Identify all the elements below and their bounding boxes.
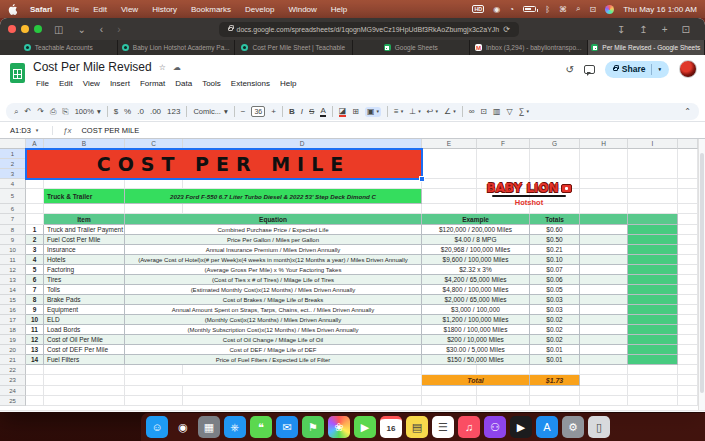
column-header-G[interactable]: G: [530, 139, 580, 149]
row-header-9[interactable]: 9: [0, 235, 26, 245]
cell-J[interactable]: [678, 265, 698, 275]
name-box-dropdown-icon[interactable]: ▾: [36, 127, 39, 133]
siri-icon[interactable]: ◉: [172, 416, 194, 438]
cell-G[interactable]: [530, 396, 580, 406]
item-number-cell[interactable]: 11: [26, 325, 44, 335]
cell-H[interactable]: [580, 275, 628, 285]
example-cell[interactable]: $30.00 / 5,000 Miles: [422, 345, 530, 355]
row-header-5[interactable]: 5: [0, 189, 26, 204]
cell-H[interactable]: [580, 149, 628, 179]
close-window-button[interactable]: [8, 25, 16, 33]
example-cell[interactable]: $9,600 / 100,000 Miles: [422, 255, 530, 265]
header-totals-cell[interactable]: Totals: [530, 214, 580, 225]
cell-I[interactable]: [628, 255, 678, 265]
podcasts-icon[interactable]: ⚇: [484, 416, 506, 438]
column-header-E[interactable]: E: [422, 139, 477, 149]
menu-extensions[interactable]: Extensions: [226, 77, 275, 90]
banner-cell[interactable]: COST PER MILE: [26, 149, 422, 179]
cell-E[interactable]: [422, 179, 477, 189]
example-cell[interactable]: $4,200 / 65,000 Miles: [422, 275, 530, 285]
item-number-cell[interactable]: 6: [26, 275, 44, 285]
item-cell[interactable]: Tires: [44, 275, 125, 285]
row-header-15[interactable]: 15: [0, 295, 26, 305]
strikethrough-icon[interactable]: S: [309, 108, 314, 116]
cell-J[interactable]: [678, 204, 698, 214]
example-cell[interactable]: $4.00 / 8 MPG: [422, 235, 530, 245]
item-number-cell[interactable]: 5: [26, 265, 44, 275]
font-select[interactable]: Comic...▾: [193, 107, 227, 116]
browser-tab-5[interactable]: MInbox (3,294) - babyliontranspo...: [470, 40, 588, 55]
equation-cell[interactable]: Combined Purchase Price / Expected Life: [125, 225, 422, 235]
item-cell[interactable]: Brake Pads: [44, 295, 125, 305]
example-cell[interactable]: $1800 / 100,000 Miles: [422, 325, 530, 335]
row-header-25[interactable]: 25: [0, 396, 26, 406]
cell-I[interactable]: [628, 365, 678, 375]
zoom-select[interactable]: 100%▾: [75, 107, 101, 116]
menubar-item-window[interactable]: Window: [281, 5, 323, 14]
header-example-cell[interactable]: Example: [422, 214, 530, 225]
cell-I[interactable]: [628, 335, 678, 345]
total-cell[interactable]: $0.02: [530, 315, 580, 325]
cell-F[interactable]: [477, 365, 530, 375]
cell-B[interactable]: [44, 386, 125, 396]
bluetooth-icon[interactable]: ᛒ: [545, 5, 550, 14]
cell-I[interactable]: [628, 265, 678, 275]
item-cell[interactable]: Fuel Cost Per Mile: [44, 235, 125, 245]
cell-I[interactable]: [628, 315, 678, 325]
spotlight-icon[interactable]: ⌕: [576, 4, 580, 14]
cell-H[interactable]: [580, 255, 628, 265]
row-header-19[interactable]: 19: [0, 335, 26, 345]
browser-tab-1[interactable]: Teachable Accounts: [0, 40, 118, 55]
item-cell[interactable]: Factoring: [44, 265, 125, 275]
cell-J[interactable]: [678, 275, 698, 285]
comments-icon[interactable]: [584, 65, 595, 74]
menu-data[interactable]: Data: [170, 77, 197, 90]
total-cell[interactable]: $0.03: [530, 305, 580, 315]
column-header-C[interactable]: C: [125, 139, 183, 149]
row-header-7[interactable]: 7: [0, 214, 26, 225]
font-size-input[interactable]: 36: [251, 106, 265, 117]
example-cell[interactable]: $150 / 50,000 Miles: [422, 355, 530, 365]
cell-H[interactable]: [580, 355, 628, 365]
menubar-clock[interactable]: Thu May 16 1:00 AM: [623, 5, 697, 14]
item-number-cell[interactable]: 3: [26, 245, 44, 255]
cell-A[interactable]: [26, 179, 44, 189]
equation-cell[interactable]: Annual Amount Spent on Straps, Tarps, Ch…: [125, 305, 422, 315]
cell-G[interactable]: [530, 149, 580, 179]
cell-I[interactable]: [628, 275, 678, 285]
cell-E[interactable]: [422, 386, 477, 396]
download-icon[interactable]: ↧: [610, 24, 632, 35]
grid-corner[interactable]: [0, 139, 26, 149]
row-header-14[interactable]: 14: [0, 285, 26, 295]
tv-icon[interactable]: ▶: [510, 416, 532, 438]
star-icon[interactable]: ☆: [159, 63, 166, 72]
horizontal-scrollbar[interactable]: [0, 410, 705, 412]
currency-format-icon[interactable]: $: [114, 108, 118, 116]
menu-format[interactable]: Format: [135, 77, 170, 90]
cell-G[interactable]: [530, 204, 580, 214]
cell-I[interactable]: [628, 179, 678, 189]
total-cell[interactable]: $0.10: [530, 255, 580, 265]
horizontal-align-icon[interactable]: ≡▾: [394, 108, 403, 116]
column-header-j[interactable]: [678, 139, 698, 149]
equation-cell[interactable]: (Average Gross Per Mile) x % Your Factor…: [125, 265, 422, 275]
italic-icon[interactable]: I: [301, 108, 303, 116]
menubar-item-file[interactable]: File: [59, 5, 86, 14]
vertical-align-icon[interactable]: ⊥▾: [409, 108, 420, 116]
total-cell[interactable]: $0.01: [530, 345, 580, 355]
item-cell[interactable]: Fuel Filters: [44, 355, 125, 365]
cell-H[interactable]: [580, 214, 628, 225]
cell-A[interactable]: [26, 386, 44, 396]
cell-C[interactable]: [125, 179, 183, 189]
item-cell[interactable]: Load Bords: [44, 325, 125, 335]
cell-H[interactable]: [580, 204, 628, 214]
browser-tab-4[interactable]: Google Sheets: [353, 40, 471, 55]
cell-J[interactable]: [678, 386, 698, 396]
cell-J[interactable]: [678, 315, 698, 325]
cell-H[interactable]: [580, 325, 628, 335]
cell-J[interactable]: [678, 365, 698, 375]
spreadsheet-grid[interactable]: ABCDEFGHI123COST PER MILE45Truck & Trail…: [0, 139, 698, 410]
example-cell[interactable]: $2,000 / 65,000 Miles: [422, 295, 530, 305]
example-cell[interactable]: $120,000 / 200,000 Miles: [422, 225, 530, 235]
cell-D[interactable]: [183, 396, 422, 406]
